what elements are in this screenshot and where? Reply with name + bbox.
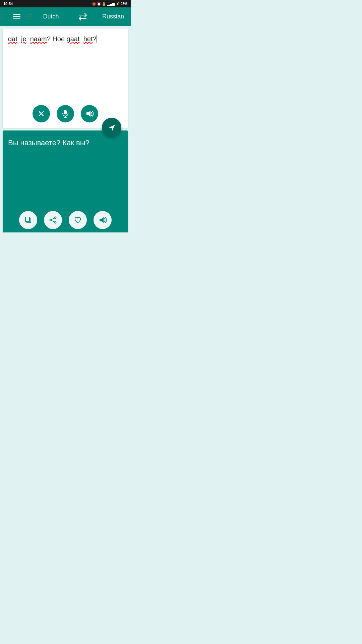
svg-marker-10	[100, 217, 104, 223]
main-content: dat je naam? Hoe gaat het?	[0, 29, 131, 232]
word-het: het	[83, 35, 93, 43]
svg-marker-3	[86, 111, 90, 117]
favorite-button[interactable]	[69, 211, 87, 229]
clear-button[interactable]	[33, 105, 50, 122]
speak-translation-button[interactable]	[94, 211, 112, 229]
status-bar: 19:54 🔕 ⏰ 🔒 ▂▄▆ ⚡ 23%	[0, 0, 131, 7]
battery-text: 23%	[121, 2, 127, 6]
menu-button[interactable]	[13, 14, 20, 19]
speak-source-button[interactable]	[81, 105, 98, 122]
output-section: Вы называете? Как вы?	[3, 130, 128, 232]
status-icons: 🔕 ⏰ 🔒 ▂▄▆ ⚡ 23%	[92, 2, 127, 6]
signal-icon: ▂▄▆	[107, 2, 115, 6]
source-text[interactable]: dat je naam? Hoe gaat het?	[8, 34, 123, 101]
output-action-buttons	[8, 211, 123, 229]
microphone-icon	[62, 110, 69, 118]
translated-text: Вы называете? Как вы?	[8, 137, 123, 206]
word-dat: dat	[8, 35, 17, 43]
charging-icon: ⚡	[116, 2, 120, 6]
svg-rect-6	[25, 217, 29, 222]
speak-translation-icon	[99, 217, 107, 223]
favorite-icon	[74, 216, 81, 224]
svg-rect-0	[64, 110, 67, 114]
speak-source-icon	[85, 110, 94, 117]
target-language-label[interactable]: Russian	[102, 13, 124, 20]
input-section: dat je naam? Hoe gaat het?	[3, 29, 128, 128]
copy-icon	[24, 216, 32, 224]
word-je: je	[21, 35, 26, 43]
word-gaat: gaat	[67, 35, 80, 43]
status-time: 19:54	[3, 2, 13, 6]
word-naam: naam	[30, 35, 47, 43]
alarm-icon: ⏰	[97, 2, 101, 6]
translate-button[interactable]	[102, 118, 121, 137]
svg-marker-4	[109, 125, 115, 131]
share-button[interactable]	[44, 211, 62, 229]
swap-languages-button[interactable]	[78, 13, 87, 20]
mute-icon: 🔕	[92, 2, 96, 6]
microphone-button[interactable]	[57, 105, 74, 122]
copy-button[interactable]	[19, 211, 37, 229]
share-icon	[49, 216, 57, 224]
lock-icon: 🔒	[102, 2, 106, 6]
clear-icon	[38, 110, 45, 117]
toolbar: Dutch Russian	[0, 7, 131, 26]
text-cursor	[97, 35, 97, 43]
source-language-label[interactable]: Dutch	[43, 13, 59, 20]
translate-send-icon	[108, 123, 116, 131]
